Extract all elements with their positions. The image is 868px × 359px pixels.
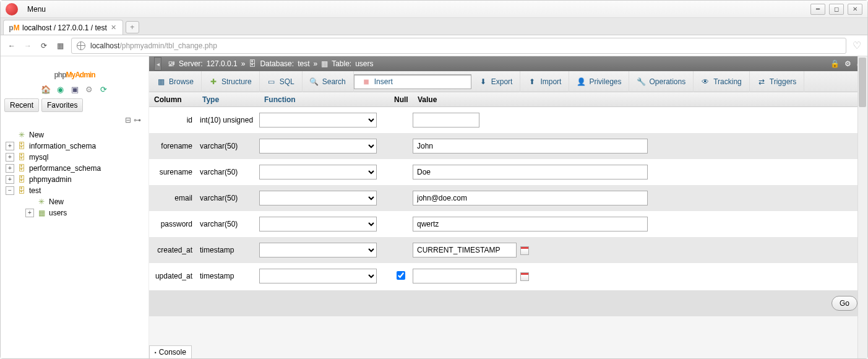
tab-structure[interactable]: ✚Structure (202, 71, 260, 92)
tab-title: localhost / 127.0.0.1 / test (22, 24, 107, 32)
phpmyadmin-logo: phpMyAdmin (4, 64, 145, 81)
favorites-button[interactable]: Favorites (41, 98, 83, 112)
expand-icon[interactable]: + (25, 209, 34, 217)
col-name: forename (149, 142, 197, 150)
function-select[interactable] (259, 191, 377, 205)
new-tab-button[interactable]: + (126, 21, 139, 33)
go-button[interactable]: Go (831, 296, 857, 311)
expand-icon[interactable]: − (6, 186, 14, 195)
reload-nav-icon[interactable]: ⟳ (98, 85, 108, 95)
tab-close-icon[interactable]: ✕ (111, 24, 116, 32)
docs-icon[interactable]: ▣ (70, 85, 80, 95)
header-type[interactable]: Type (202, 95, 219, 104)
settings-icon[interactable]: ⚙ (84, 85, 94, 95)
forward-icon[interactable]: → (23, 41, 33, 51)
tree-item-mysql[interactable]: +🗄mysql (4, 152, 145, 163)
calendar-icon[interactable] (520, 272, 529, 281)
url-text: localhost/phpmyadmin/tbl_change.php (90, 41, 841, 50)
menu-button[interactable]: Menu (22, 3, 51, 15)
value-input[interactable] (413, 243, 517, 257)
tab-insert[interactable]: ≣Insert (354, 74, 471, 89)
value-input[interactable] (413, 113, 479, 128)
favicon-icon: pM (10, 24, 19, 32)
col-name: updated_at (149, 272, 197, 280)
tree-item-information-schema[interactable]: +🗄information_schema (4, 141, 145, 152)
tab-export[interactable]: ⬇Export (471, 71, 521, 92)
header-column: Column (149, 95, 197, 104)
expand-icon[interactable]: + (6, 164, 14, 173)
value-input[interactable] (413, 139, 648, 154)
logout-icon[interactable]: ◉ (55, 85, 65, 95)
tab-sql[interactable]: ▭SQL (260, 71, 303, 92)
tab-triggers[interactable]: ⇄Triggers (750, 71, 805, 92)
browser-tab[interactable]: pM localhost / 127.0.0.1 / test ✕ (3, 20, 123, 35)
back-icon[interactable]: ← (7, 41, 17, 51)
new-icon: ✳ (37, 197, 46, 206)
database-label: Database: (260, 59, 294, 68)
calendar-icon[interactable] (520, 246, 529, 255)
function-select[interactable] (259, 217, 377, 231)
scrollbar-thumb[interactable] (859, 58, 866, 107)
function-select[interactable] (259, 269, 377, 283)
titlebar: Menu ━ ◻ ✕ (1, 1, 867, 18)
home-icon[interactable]: 🏠 (41, 85, 51, 95)
collapse-icon[interactable]: ◂ (154, 57, 161, 71)
function-select[interactable] (259, 165, 377, 180)
tab-operations[interactable]: 🔧Operations (629, 71, 694, 92)
table-row: emailvarchar(50) (149, 185, 867, 211)
export-icon: ⬇ (479, 77, 488, 86)
value-input[interactable] (413, 191, 648, 205)
col-name: id (149, 116, 197, 124)
reload-icon[interactable]: ⟳ (39, 41, 49, 51)
function-select[interactable] (259, 139, 377, 154)
col-type: int(10) unsigned (197, 116, 259, 124)
expand-icon[interactable]: + (6, 153, 14, 162)
expand-icon[interactable]: + (6, 175, 14, 184)
new-icon: ✳ (17, 131, 27, 139)
url-field[interactable]: localhost/phpmyadmin/tbl_change.php (71, 38, 846, 54)
col-type: varchar(50) (197, 142, 259, 150)
recent-button[interactable]: Recent (4, 98, 39, 112)
tree-item-performance-schema[interactable]: +🗄performance_schema (4, 163, 145, 174)
tab-import[interactable]: ⬆Import (520, 71, 569, 92)
value-input[interactable] (413, 165, 648, 180)
sidebar: phpMyAdmin 🏠 ◉ ▣ ⚙ ⟳ Recent Favorites ⊟⊶… (1, 56, 149, 358)
opera-icon[interactable] (6, 3, 18, 15)
sidebar-collapse-icons[interactable]: ⊟⊶ (4, 115, 145, 126)
bookmark-icon[interactable]: ♡ (853, 40, 861, 51)
tree-label: information_schema (29, 142, 96, 150)
tree-item-New[interactable]: ✳New (4, 196, 145, 207)
function-select[interactable] (259, 113, 377, 128)
database-icon: 🗄 (249, 59, 256, 68)
tab-browse[interactable]: ▦Browse (149, 71, 202, 92)
null-checkbox[interactable] (397, 271, 405, 280)
header-function[interactable]: Function (264, 95, 296, 104)
tree-item-test[interactable]: −🗄test (4, 185, 145, 196)
value-input[interactable] (413, 269, 517, 283)
table-link[interactable]: users (355, 59, 373, 68)
insert-icon: ≣ (362, 77, 371, 86)
maximize-button[interactable]: ◻ (829, 4, 844, 15)
database-icon: 🗄 (17, 175, 27, 184)
tree-item-New[interactable]: ✳New (4, 129, 145, 141)
apps-icon[interactable]: ▦ (55, 41, 65, 51)
function-select[interactable] (259, 243, 377, 257)
address-bar: ← → ⟳ ▦ localhost/phpmyadmin/tbl_change.… (1, 35, 867, 56)
gear-icon[interactable]: ⚙ (844, 59, 851, 68)
database-icon: 🗄 (17, 186, 27, 195)
tree-item-phpmyadmin[interactable]: +🗄phpmyadmin (4, 174, 145, 185)
database-link[interactable]: test (298, 59, 309, 68)
server-link[interactable]: 127.0.0.1 (207, 59, 238, 68)
minimize-button[interactable]: ━ (810, 4, 825, 15)
scrollbar[interactable] (857, 56, 867, 358)
expand-icon[interactable]: + (6, 142, 14, 150)
table-row: forenamevarchar(50) (149, 133, 867, 159)
console-toggle[interactable]: Console (149, 345, 192, 358)
tab-tracking[interactable]: 👁Tracking (694, 71, 750, 92)
close-button[interactable]: ✕ (848, 4, 862, 15)
value-input[interactable] (413, 217, 648, 231)
tree-item-users[interactable]: +▦users (4, 207, 145, 218)
lock-icon[interactable]: 🔒 (830, 59, 840, 68)
tab-search[interactable]: 🔍Search (303, 71, 354, 92)
tab-privileges[interactable]: 👤Privileges (569, 71, 629, 92)
